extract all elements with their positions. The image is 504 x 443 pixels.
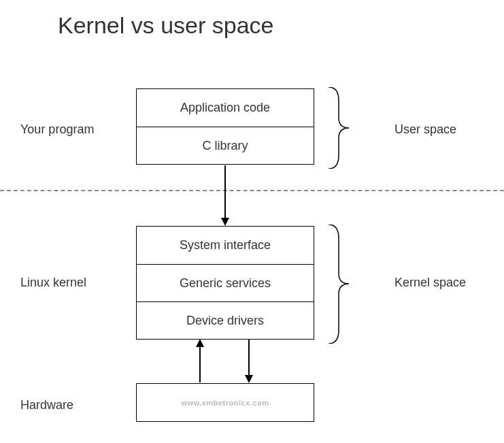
arrow-userspace-to-kernel-head (221, 218, 229, 226)
label-hardware: Hardware (20, 398, 73, 412)
box-c-library: C library (137, 127, 314, 164)
box-application-code: Application code (137, 89, 314, 127)
brace-user-space (325, 87, 359, 169)
user-space-stack: Application code C library (136, 88, 314, 165)
box-device-drivers: Device drivers (137, 301, 314, 339)
label-linux-kernel: Linux kernel (20, 276, 86, 290)
brace-kernel-space (325, 225, 359, 344)
diagram-title: Kernel vs user space (58, 12, 274, 39)
kernel-space-stack: System interface Generic services Device… (136, 226, 314, 340)
label-user-space: User space (394, 122, 456, 137)
arrow-drivers-to-hw-head (245, 375, 253, 383)
box-generic-services: Generic services (137, 264, 314, 301)
label-kernel-space: Kernel space (394, 276, 466, 290)
hardware-box: www.embetronicx.com (136, 383, 314, 422)
arrow-hw-to-drivers-head (196, 339, 204, 347)
box-hardware-watermark: www.embetronicx.com (137, 384, 314, 421)
user-kernel-divider (0, 190, 504, 191)
arrow-userspace-to-kernel-line (224, 165, 226, 218)
arrow-hw-to-drivers-line (199, 346, 201, 382)
box-system-interface: System interface (137, 227, 314, 264)
label-your-program: Your program (20, 122, 94, 137)
arrow-drivers-to-hw-line (248, 339, 250, 376)
